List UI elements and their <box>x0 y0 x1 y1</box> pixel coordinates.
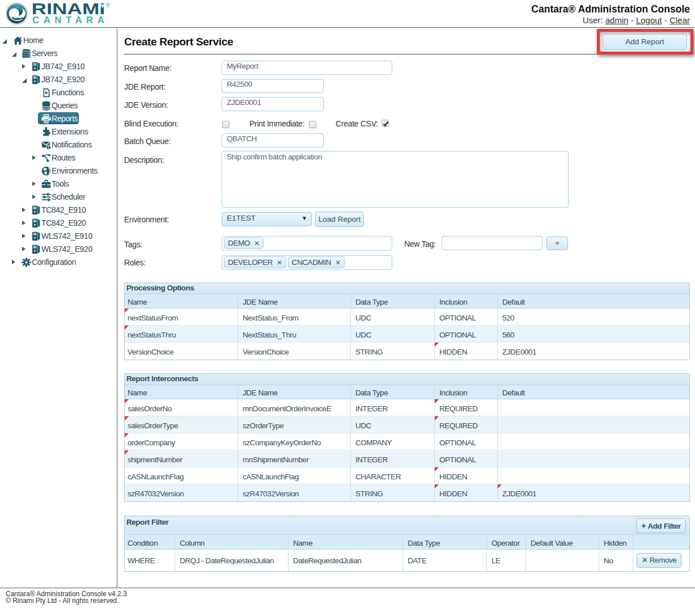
svg-text:®: ® <box>106 2 111 9</box>
